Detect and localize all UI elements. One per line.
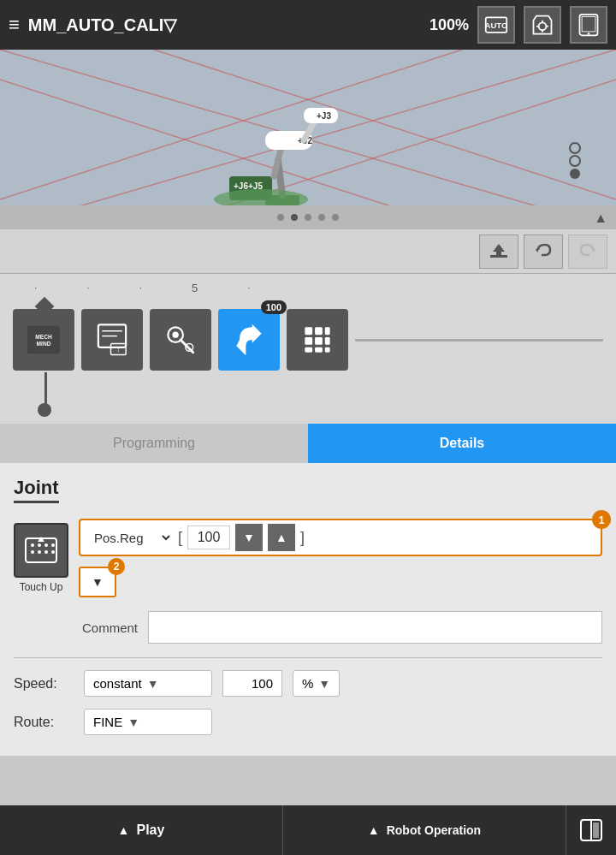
- teach-pendant-button[interactable]: [524, 6, 561, 44]
- timeline-connector: [355, 339, 603, 341]
- teach-pendant-icon: [530, 13, 554, 37]
- app-title: MM_AUTO_CALI▽: [28, 15, 421, 35]
- dropdown-2-wrap: ▼ 2: [79, 567, 116, 597]
- svg-point-46: [172, 331, 178, 337]
- speed-type-select[interactable]: constant ▼: [84, 670, 212, 697]
- auto-mode-icon: AUTO: [484, 13, 508, 37]
- tablet-icon: [577, 13, 601, 37]
- bracket-close: ]: [300, 529, 305, 547]
- speed-unit-dropdown-arrow: ▼: [318, 677, 330, 691]
- viewport-arrow-up[interactable]: ▲: [594, 211, 607, 226]
- svg-rect-50: [325, 327, 330, 335]
- node-program[interactable]: ↕: [81, 309, 143, 371]
- svg-rect-49: [315, 327, 323, 335]
- node-grid[interactable]: [287, 309, 348, 371]
- redo-button[interactable]: [568, 235, 607, 269]
- svg-rect-55: [315, 347, 323, 353]
- panel-toggle-button[interactable]: [566, 805, 616, 855]
- play-button[interactable]: ▲ Play: [0, 805, 283, 855]
- svg-point-2: [539, 22, 547, 30]
- reg-number: 100: [187, 525, 230, 549]
- auto-mode-button[interactable]: AUTO: [477, 6, 515, 44]
- ruler-mark-5: ·: [247, 282, 250, 294]
- svg-point-63: [38, 550, 41, 554]
- dot-1[interactable]: [277, 214, 284, 221]
- mech-mind-icon: MECH MIND: [25, 321, 62, 359]
- tab-details-label: Details: [440, 436, 484, 451]
- speed-type-value: constant: [93, 676, 142, 691]
- tab-programming[interactable]: Programming: [0, 424, 308, 463]
- svg-rect-54: [305, 347, 312, 353]
- svg-marker-35: [536, 247, 538, 252]
- touch-up-section: Touch Up: [14, 523, 68, 593]
- header-icons: AUTO: [477, 6, 607, 44]
- touch-up-icon: [22, 531, 60, 569]
- robot-op-icon: ▲: [368, 823, 380, 837]
- reg-increment-button[interactable]: ▲: [268, 524, 295, 551]
- svg-marker-34: [493, 244, 505, 256]
- dot-5[interactable]: [332, 214, 339, 221]
- speed-label: Speed:: [14, 676, 74, 692]
- viewport-dots: ▲: [0, 205, 616, 229]
- svg-point-32: [570, 169, 580, 179]
- bracket-open: [: [178, 529, 182, 547]
- node-vision[interactable]: [150, 309, 211, 371]
- route-select[interactable]: FINE ▼: [84, 709, 212, 735]
- svg-rect-8: [582, 16, 595, 32]
- comment-row: Comment: [82, 611, 602, 644]
- svg-rect-37: [27, 326, 60, 353]
- hamburger-icon[interactable]: ≡: [9, 15, 20, 34]
- divider: [14, 657, 602, 658]
- joint-config-row: Touch Up 1 Pos.Reg [ 100 ▼ ▲ ] ▼ 2: [14, 519, 602, 597]
- speed-value: 100: [222, 670, 282, 697]
- panel-title: Joint: [14, 477, 59, 503]
- tab-programming-label: Programming: [113, 436, 195, 451]
- ruler-mark-3: ·: [139, 282, 142, 294]
- tablet-button[interactable]: [570, 6, 607, 44]
- pos-reg-group: 1 Pos.Reg [ 100 ▼ ▲ ]: [79, 519, 602, 556]
- tab-details[interactable]: Details: [308, 424, 616, 463]
- undo-button[interactable]: [524, 235, 563, 269]
- grid-icon: [299, 321, 336, 359]
- svg-text:AUTO: AUTO: [484, 21, 508, 30]
- vision-icon: [162, 321, 199, 359]
- undo-icon: [533, 241, 554, 262]
- redo-icon: [578, 241, 598, 262]
- node-move[interactable]: 100: [218, 309, 280, 371]
- touch-up-label: Touch Up: [20, 581, 63, 593]
- svg-rect-52: [315, 337, 323, 345]
- svg-rect-53: [325, 337, 330, 345]
- svg-point-60: [44, 543, 48, 547]
- speed-unit-select[interactable]: % ▼: [293, 670, 340, 697]
- robot-operation-button[interactable]: ▲ Robot Operation: [283, 805, 566, 855]
- svg-point-59: [38, 543, 41, 547]
- svg-point-9: [588, 33, 590, 35]
- svg-point-62: [31, 550, 34, 554]
- svg-point-64: [44, 550, 48, 554]
- svg-text:↕: ↕: [116, 346, 120, 353]
- viewport-svg: +J1 +J6 +J5 +J2 +J3: [0, 50, 616, 229]
- dot-3[interactable]: [305, 214, 311, 221]
- node-mech-mind[interactable]: MECH MIND: [13, 309, 74, 371]
- program-icon: ↕: [93, 321, 131, 359]
- dot-2[interactable]: [291, 214, 298, 221]
- svg-rect-7: [580, 15, 598, 36]
- timeline-area: · · · 5 · MECH MIND ↕: [0, 274, 616, 424]
- zoom-level: 100%: [429, 16, 469, 34]
- comment-input[interactable]: [148, 611, 602, 644]
- svg-text:+J3: +J3: [317, 111, 331, 121]
- upload-button[interactable]: [479, 235, 518, 269]
- upload-icon: [489, 241, 509, 262]
- dot-4[interactable]: [318, 214, 325, 221]
- svg-rect-48: [305, 327, 312, 335]
- top-header: ≡ MM_AUTO_CALI▽ 100% AUTO: [0, 0, 616, 50]
- touch-up-button[interactable]: [14, 523, 68, 578]
- pos-reg-select[interactable]: Pos.Reg: [87, 526, 173, 549]
- ruler-marks: · · · 5 ·: [34, 282, 251, 294]
- reg-decrement-button[interactable]: ▼: [235, 524, 263, 551]
- details-panel: Joint Touch U: [0, 463, 616, 756]
- badge-1: 1: [592, 510, 611, 529]
- toolbar-row: [0, 229, 616, 274]
- svg-marker-36: [593, 247, 595, 252]
- panel-icon: [579, 818, 603, 842]
